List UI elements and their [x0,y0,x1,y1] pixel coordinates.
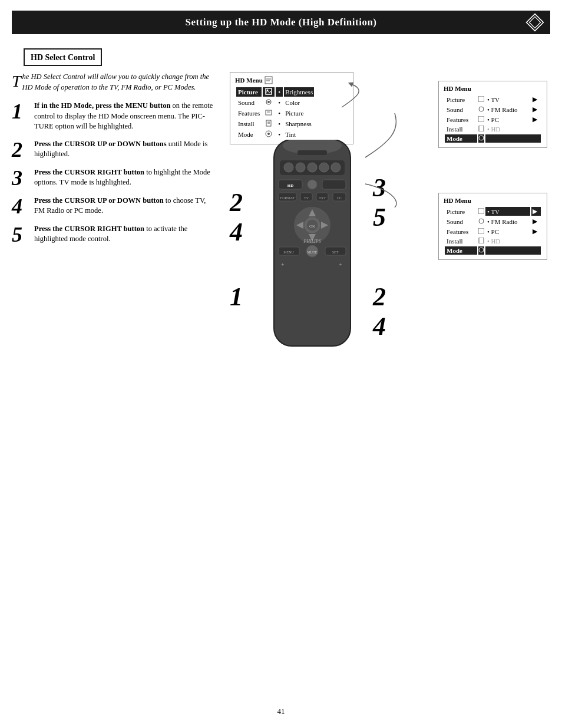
menu-row: Sound • FM Radio ▶ [445,217,541,226]
menu-right-bottom-table: Picture • TV ▶ Sound • FM Radio ▶ [444,206,542,256]
menu-right-top-table: Picture • TV ▶ Sound • FM Radio ▶ [444,94,542,144]
menu-cell-dot: • [276,108,283,118]
menu-row: Sound • Color [236,98,314,107]
step-3-number: 3 [12,167,29,189]
sound-icon [265,98,272,106]
svg-point-20 [479,136,484,140]
remote-svg: HD FORMAT TV TXT CC [256,140,368,358]
mode-icon-sm2 [478,247,484,253]
intro-text: The HD Select Control will allow you to … [12,72,218,93]
svg-point-17 [479,107,484,111]
menu-cell-dot: • [276,119,283,129]
install-icon [265,120,272,127]
picture-icon-sm [478,96,484,102]
menu-cell-dot: • [276,130,283,139]
left-column: The HD Select Control will allow you to … [12,72,224,396]
menu-cell-item: Color [284,98,314,107]
svg-point-15 [267,133,270,135]
svg-rect-38 [322,180,346,189]
step-3-content: Press the CURSOR RIGHT button to highlig… [34,167,218,188]
picture-icon [265,88,272,95]
step-4: 4 Press the CURSOR UP or DOWN button to … [12,196,218,217]
svg-text:SET: SET [332,251,339,254]
intro-body: he HD Select Control will allow you to q… [22,73,209,91]
remote-control: HD FORMAT TV TXT CC [256,140,368,360]
overlay-4-left: 4 [230,219,243,245]
step-1-content: If in the HD Mode, press the MENU button… [34,101,218,132]
svg-point-33 [319,163,329,172]
svg-rect-19 [479,126,484,131]
picture-icon-sm2 [478,208,484,214]
diamond-icon [525,13,544,32]
menu-cell-label: Features [236,108,262,118]
menu-cell-icon [263,119,275,129]
svg-text:OK: OK [309,224,315,229]
menu-row: Picture • Brightness [236,87,314,97]
svg-rect-21 [478,208,484,214]
svg-point-8 [267,101,270,103]
svg-rect-16 [478,96,484,102]
svg-point-22 [479,219,484,223]
menu-row: Sound • FM Radio ▶ [445,105,541,114]
sound-icon-sm2 [478,218,484,224]
install-icon-sm [478,126,484,131]
step-1-bold: If in the HD Mode, press the MENU button [34,101,170,110]
step-4-content: Press the CURSOR UP or DOWN button to ch… [34,196,218,216]
page-header: Setting up the HD Mode (High Definition) [12,11,550,34]
svg-rect-9 [266,110,272,115]
menu-row: Install • HD [445,125,541,133]
section-box: HD Select Control [24,48,102,66]
menu-cell-item: Picture [284,108,314,118]
main-content: The HD Select Control will allow you to … [12,72,550,396]
page-number: 41 [0,707,562,716]
page-title: Setting up the HD Mode (High Definition) [185,17,376,28]
step-4-bold: Press the CURSOR UP or DOWN button [34,196,164,205]
svg-text:+: + [281,261,285,268]
drop-cap: T [12,73,21,90]
svg-point-32 [308,163,317,172]
svg-text:TXT: TXT [319,196,326,200]
menu-row: Install • Sharpness [236,119,314,129]
overlay-5-right: 5 [373,205,386,230]
menu-row: Features • PC ▶ [445,115,541,124]
section-title: HD Select Control [31,53,95,62]
mode-icon [265,130,272,137]
step-1-number: 1 [12,101,29,122]
menu-cell-label: Sound [236,98,262,107]
menu-right-top-title: HD Menu [444,85,542,92]
menu-diagram-right-bottom: HD Menu Picture • TV ▶ Sound • FM Radio [438,193,547,260]
svg-text:TV: TV [304,196,309,200]
step-5: 5 Press the CURSOR RIGHT button to activ… [12,224,218,245]
step-2-bold: Press the CURSOR UP or DOWN buttons [34,140,167,148]
svg-text:HD: HD [287,183,294,188]
step-5-content: Press the CURSOR RIGHT button to activat… [34,224,218,245]
menu-right-bottom-title: HD Menu [444,197,542,204]
svg-text:FORMAT: FORMAT [280,196,295,200]
mode-icon-sm [478,135,484,141]
features-icon-sm [478,116,484,122]
menu-cell-icon [263,98,275,107]
step-2-content: Press the CURSOR UP or DOWN buttons unti… [34,139,218,160]
overlay-1-bottom: 1 [230,284,243,310]
menu-cell-item: Brightness [284,87,314,97]
install-icon-sm2 [478,238,484,243]
right-column: HD Menu Picture • Brightness Sound [224,72,550,396]
step-2-number: 2 [12,139,29,160]
svg-point-30 [284,163,293,172]
step-3-bold: Press the CURSOR RIGHT button [34,168,144,176]
overlay-2-bottom: 2 [373,284,386,310]
menu-icon-top [265,76,273,84]
menu-cell-label: Mode [236,130,262,139]
menu-cell-label: Install [236,119,262,129]
menu-cell-icon [263,130,275,139]
menu-cell-dot: • [276,87,283,97]
menu-row: Mode [445,134,541,143]
svg-text:+
        
        SOUND
     : + SOUND AUTO − − PICTURE PROGRAM 1 2 3 [339,261,342,268]
step-5-bold: Press the CURSOR RIGHT button [34,225,144,233]
menu-cell-item: Sharpness [284,119,314,129]
svg-rect-18 [478,116,484,122]
svg-text:MENU: MENU [283,251,294,254]
features-icon [265,109,272,116]
menu-diagram-right-top: HD Menu Picture • TV ▶ Sound • FM Radio [438,81,547,148]
step-5-number: 5 [12,224,29,245]
